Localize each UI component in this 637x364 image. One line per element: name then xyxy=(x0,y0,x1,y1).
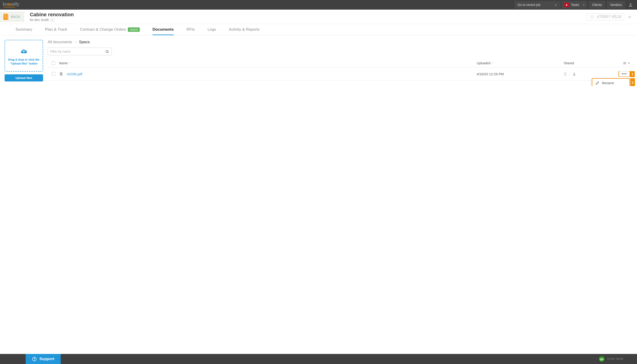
svg-point-15 xyxy=(624,62,624,62)
svg-rect-2 xyxy=(4,15,5,16)
table-row: 41036.pdf 4/16/20 12:26 PM | ••• xyxy=(48,68,632,80)
tab-summary[interactable]: Summary xyxy=(9,24,39,35)
pdf-file-icon xyxy=(59,72,63,76)
collapse-chevrons-icon[interactable] xyxy=(627,14,632,20)
column-name[interactable]: Name ↑ xyxy=(59,61,477,65)
column-uploaded[interactable]: Uploaded ↑ xyxy=(477,61,564,65)
envelope-icon xyxy=(590,14,595,19)
uploaded-date: 4/16/20 12:26 PM xyxy=(477,72,504,76)
reference-pill[interactable]: 478997-8518 xyxy=(587,13,624,20)
sort-asc-icon: ↑ xyxy=(492,62,493,65)
svg-marker-18 xyxy=(628,63,630,64)
row-actions-dropdown: Rename 2 Download Move xyxy=(592,78,630,86)
breadcrumb-root[interactable]: All documents xyxy=(48,40,72,44)
back-button[interactable]: $ BACK xyxy=(0,12,24,22)
mobile-share-icon[interactable] xyxy=(564,72,567,76)
sort-asc-icon: ↑ xyxy=(69,62,70,65)
svg-point-0 xyxy=(630,3,631,5)
svg-point-10 xyxy=(106,50,108,52)
tab-activity[interactable]: Activity & Reports xyxy=(223,24,266,35)
vendors-button[interactable]: Vendors xyxy=(607,1,625,8)
row-more-button[interactable]: ••• xyxy=(619,71,629,76)
filter-wrapper xyxy=(48,48,112,55)
breadcrumb-current: Specs xyxy=(79,40,90,44)
view-mode-toggle[interactable] xyxy=(623,62,630,65)
svg-point-17 xyxy=(624,64,624,64)
svg-line-11 xyxy=(108,52,109,53)
topbar: knowify Contractors Go to recent job 4 T… xyxy=(0,0,637,10)
upload-files-button[interactable]: Upload files xyxy=(5,74,43,82)
search-icon[interactable] xyxy=(105,50,109,53)
callout-1-highlight: ••• 1 xyxy=(618,71,630,77)
row-checkbox[interactable] xyxy=(52,72,55,76)
person-share-icon[interactable] xyxy=(572,72,576,76)
edit-icon xyxy=(595,81,599,85)
tab-plan-track[interactable]: Plan & Track xyxy=(39,24,74,35)
upload-sidebar: Drag & drop or click the "Upload files" … xyxy=(5,40,43,82)
callout-number-1: 1 xyxy=(630,71,635,77)
column-shared[interactable]: Shared xyxy=(564,61,619,65)
clients-button[interactable]: Clients xyxy=(589,1,605,8)
job-title: Cabine renovation xyxy=(30,12,587,18)
document-icon: $ xyxy=(2,13,9,20)
job-header: $ BACK Cabine renovation for Mrs Smith 4… xyxy=(0,10,637,24)
svg-point-21 xyxy=(574,73,575,74)
svg-point-16 xyxy=(624,63,624,63)
tab-logs[interactable]: Logs xyxy=(201,24,223,35)
brand-logo[interactable]: knowify Contractors xyxy=(3,2,19,8)
main-content: Drag & drop or click the "Upload files" … xyxy=(0,35,637,86)
svg-point-7 xyxy=(52,20,53,20)
svg-rect-6 xyxy=(4,18,7,18)
breadcrumb: All documents Specs xyxy=(48,40,632,44)
tabs-bar: Summary Plan & Track Contract & Change O… xyxy=(0,24,637,35)
job-subtitle: for Mrs Smith xyxy=(30,18,587,22)
file-link[interactable]: 41036.pdf xyxy=(67,72,82,76)
tab-documents[interactable]: Documents xyxy=(146,24,180,35)
client-badge-icon[interactable] xyxy=(50,18,55,21)
tab-rfis[interactable]: RFIs xyxy=(180,24,201,35)
documents-panel: All documents Specs Name ↑ Uploaded ↑ xyxy=(48,40,632,82)
callout-number-2: 2 xyxy=(630,78,635,86)
tab-contract[interactable]: Contract & Change Orders Active xyxy=(74,24,146,35)
dropzone[interactable]: Drag & drop or click the "Upload files" … xyxy=(5,40,43,72)
tasks-count-badge: 4 xyxy=(564,3,569,7)
user-avatar-icon[interactable] xyxy=(627,1,634,8)
recent-job-dropdown[interactable]: Go to recent job xyxy=(514,1,560,8)
chevron-down-icon xyxy=(554,3,557,6)
dropdown-rename[interactable]: Rename 2 xyxy=(592,78,630,86)
svg-text:$: $ xyxy=(6,14,7,16)
chevron-right-icon xyxy=(74,40,77,44)
svg-rect-9 xyxy=(590,16,593,18)
cloud-upload-icon xyxy=(7,46,41,56)
plus-icon: + xyxy=(583,3,585,7)
filter-input[interactable] xyxy=(48,48,112,55)
select-all-checkbox[interactable] xyxy=(52,61,55,65)
active-badge: Active xyxy=(128,28,139,32)
tasks-button[interactable]: 4 Tasks + xyxy=(562,1,587,8)
table-header: Name ↑ Uploaded ↑ Shared xyxy=(48,59,632,68)
svg-point-8 xyxy=(53,20,53,20)
svg-rect-4 xyxy=(4,16,7,17)
